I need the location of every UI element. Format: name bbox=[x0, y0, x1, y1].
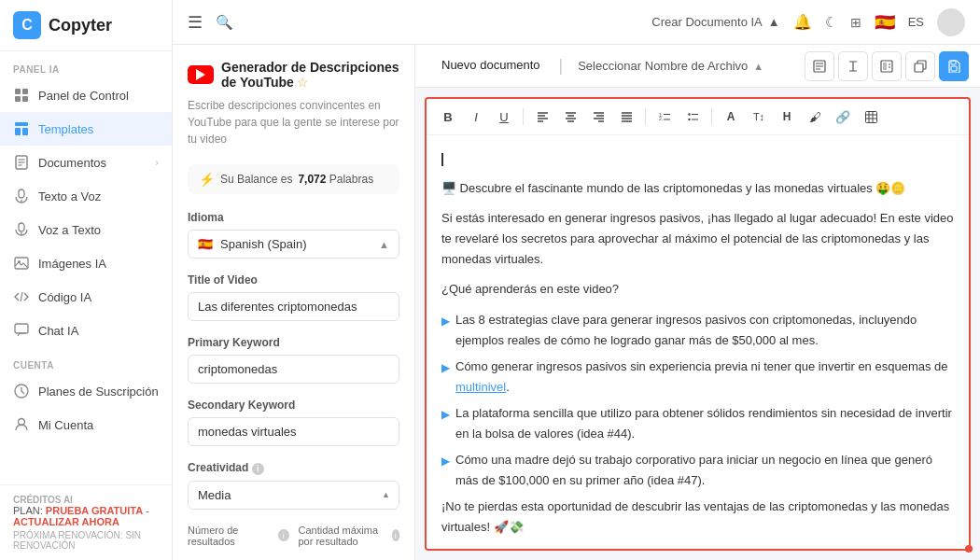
svg-text:2.: 2. bbox=[659, 116, 663, 121]
sidebar-item-codigo-ia[interactable]: Código IA bbox=[0, 280, 172, 314]
code-icon bbox=[13, 288, 30, 305]
toolbar-icon-2[interactable] bbox=[838, 51, 868, 81]
format-align-left[interactable] bbox=[530, 105, 554, 129]
plan-info: PLAN: PRUEBA GRATUITA - ACTUALIZAR AHORA bbox=[13, 505, 159, 527]
format-sep-1 bbox=[523, 108, 524, 125]
idioma-label: Idioma bbox=[188, 211, 399, 224]
menu-toggle-button[interactable]: ☰ bbox=[188, 12, 203, 33]
sidebar-item-planes[interactable]: Planes de Suscripción bbox=[0, 374, 172, 408]
crear-doc-label: Crear Documento IA bbox=[651, 15, 763, 29]
svg-rect-26 bbox=[883, 63, 887, 70]
tab-nuevo-documento[interactable]: Nuevo documento bbox=[427, 49, 555, 83]
format-table[interactable] bbox=[859, 105, 883, 129]
filename-arrow-icon: ▲ bbox=[753, 61, 763, 72]
logo-name: Copyter bbox=[49, 16, 112, 35]
sidebar-item-templates[interactable]: Templates bbox=[0, 112, 172, 146]
svg-rect-0 bbox=[15, 89, 21, 94]
plan-upgrade-link[interactable]: ACTUALIZAR AHORA bbox=[13, 516, 119, 527]
grid-icon bbox=[13, 87, 30, 104]
toolbar-icon-1[interactable] bbox=[805, 51, 834, 81]
format-justify[interactable] bbox=[614, 105, 638, 129]
editor-para-2: Si estás interesado en generar ingresos … bbox=[441, 208, 954, 270]
tool-header: Generador de Descripcionesde YouTube ☆ bbox=[173, 45, 414, 97]
format-bold[interactable]: B bbox=[436, 105, 460, 129]
creditos-label: CRÉDITOS AI bbox=[13, 495, 159, 505]
template-icon bbox=[13, 120, 30, 137]
editor-tabs: Nuevo documento | Seleccionar Nombre de … bbox=[415, 45, 980, 88]
tab-filename[interactable]: Seleccionar Nombre de Archivo ▲ bbox=[567, 51, 775, 80]
tool-title: Generador de Descripcionesde YouTube bbox=[221, 60, 399, 90]
svg-rect-2 bbox=[15, 96, 21, 102]
toolbar-icon-save[interactable] bbox=[939, 51, 969, 81]
sidebar-item-imagenes-ia[interactable]: Imágenes IA bbox=[0, 246, 172, 280]
moon-icon[interactable]: ☾ bbox=[825, 14, 837, 31]
numero-resultados-label: Número de resultados i bbox=[188, 525, 289, 547]
format-heading[interactable]: H bbox=[775, 105, 799, 129]
lightning-icon: ⚡ bbox=[199, 172, 215, 187]
primary-kw-section: Primary Keyword bbox=[173, 327, 414, 389]
editor-para-5: Recuerda seguirme en Instagram, TikTok y… bbox=[441, 548, 954, 550]
sidebar-footer: CRÉDITOS AI PLAN: PRUEBA GRATUITA - ACTU… bbox=[0, 484, 172, 560]
format-link[interactable]: 🔗 bbox=[831, 105, 855, 129]
search-button[interactable]: 🔍 bbox=[216, 14, 233, 31]
crear-documento-button[interactable]: Crear Documento IA ▲ bbox=[651, 15, 779, 29]
main-area: ☰ 🔍 Crear Documento IA ▲ 🔔 ☾ ⊞ 🇪🇸 ES Gen… bbox=[173, 0, 980, 560]
bell-icon[interactable]: 🔔 bbox=[793, 13, 812, 31]
format-align-right[interactable] bbox=[586, 105, 610, 129]
editor-content[interactable]: 🖥️ Descubre el fascinante mundo de las c… bbox=[427, 135, 969, 549]
sidebar-item-voz-texto[interactable]: Voz a Texto bbox=[0, 213, 172, 246]
title-video-input[interactable] bbox=[188, 292, 399, 321]
primary-kw-input[interactable] bbox=[188, 355, 399, 384]
bottom-fields: Número de resultados i Cantidad máxima p… bbox=[173, 515, 414, 551]
multinivel-link[interactable]: multinivel bbox=[455, 380, 506, 394]
formatting-bar: B I U bbox=[427, 99, 969, 135]
avatar[interactable] bbox=[937, 8, 965, 36]
format-font-size[interactable]: A bbox=[719, 105, 743, 129]
sidebar-item-documentos[interactable]: Documentos › bbox=[0, 146, 172, 179]
star-icon[interactable]: ☆ bbox=[297, 75, 309, 90]
secondary-kw-input[interactable] bbox=[188, 417, 399, 446]
svg-rect-13 bbox=[19, 223, 24, 231]
svg-rect-31 bbox=[951, 66, 957, 71]
primary-kw-label: Primary Keyword bbox=[188, 336, 399, 349]
sidebar-label-mi-cuenta: Mi Cuenta bbox=[38, 418, 159, 432]
numero-resultados-field: Número de resultados i bbox=[188, 525, 289, 551]
sidebar-item-panel-control[interactable]: Panel de Control bbox=[0, 78, 172, 112]
editor-bullet-3: ▶ La plataforma sencilla que utilizo par… bbox=[441, 403, 954, 444]
format-brush[interactable]: 🖌 bbox=[803, 105, 827, 129]
editor-bullet-1: ▶ Las 8 estrategias clave para generar i… bbox=[441, 310, 954, 351]
tool-panel: Generador de Descripcionesde YouTube ☆ E… bbox=[173, 45, 415, 560]
editor-para-3: ¿Qué aprenderás en este video? bbox=[441, 279, 954, 300]
plan-free-link[interactable]: PRUEBA GRATUITA bbox=[46, 505, 143, 516]
format-line-height[interactable]: T↕ bbox=[747, 105, 771, 129]
sidebar-item-chat-ia[interactable]: Chat IA bbox=[0, 314, 172, 347]
sidebar-logo: C Copyter bbox=[0, 0, 172, 51]
idioma-arrow: ▲ bbox=[379, 239, 389, 250]
sidebar-label-templates: Templates bbox=[38, 122, 159, 136]
format-italic[interactable]: I bbox=[464, 105, 488, 129]
cuenta-label: CUENTA bbox=[0, 347, 172, 374]
creatividad-info-icon: i bbox=[252, 463, 264, 475]
svg-rect-1 bbox=[22, 89, 28, 94]
editor-para-1: 🖥️ Descubre el fascinante mundo de las c… bbox=[441, 178, 954, 199]
chevron-right-icon: › bbox=[155, 157, 159, 168]
play-icon-3: ▶ bbox=[441, 405, 450, 424]
format-sep-2 bbox=[645, 108, 646, 125]
format-align-center[interactable] bbox=[558, 105, 582, 129]
editor-cursor-line bbox=[441, 148, 954, 169]
doc-icon bbox=[13, 154, 30, 171]
creatividad-select[interactable]: Media Alta Baja bbox=[188, 481, 399, 510]
sidebar-item-texto-voz[interactable]: Texto a Voz bbox=[0, 179, 172, 213]
svg-rect-30 bbox=[915, 63, 923, 72]
creatividad-section: Creatividad i Media Alta Baja bbox=[173, 452, 414, 515]
fullscreen-icon[interactable]: ⊞ bbox=[850, 15, 861, 30]
format-ul[interactable] bbox=[680, 105, 705, 129]
format-ol[interactable]: 1.2. bbox=[652, 105, 677, 129]
editor-toolbar-icons bbox=[805, 51, 969, 81]
sidebar-item-mi-cuenta[interactable]: Mi Cuenta bbox=[0, 408, 172, 441]
idioma-select[interactable]: 🇪🇸 Spanish (Spain) ▲ bbox=[188, 230, 399, 259]
toolbar-icon-copy[interactable] bbox=[905, 51, 935, 81]
toolbar-icon-3[interactable] bbox=[872, 51, 902, 81]
format-underline[interactable]: U bbox=[492, 105, 516, 129]
balance-unit: Palabras bbox=[329, 173, 373, 186]
